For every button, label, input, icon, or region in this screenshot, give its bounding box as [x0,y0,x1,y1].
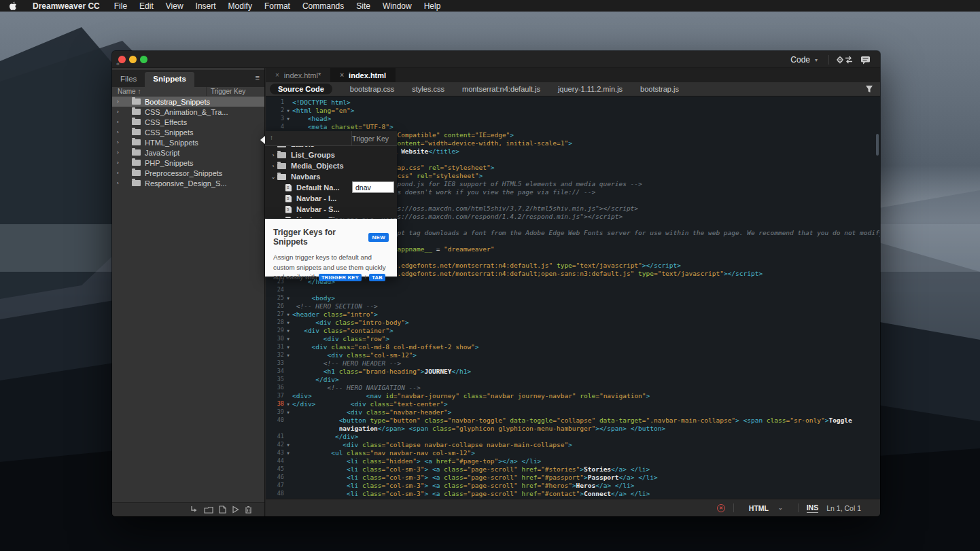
menu-item-format[interactable]: Format [258,1,296,11]
code-fold-icon[interactable]: ▼ [284,344,292,349]
code-line[interactable]: 48 <li class="col-sm-3"> <a class="page-… [266,489,880,497]
tree-item-css-snippets[interactable]: ›CSS_Snippets [112,127,264,137]
code-fold-icon[interactable]: ▼ [284,108,292,113]
insert-icon[interactable] [190,505,198,514]
code-fold-icon[interactable]: ▼ [284,402,292,406]
close-tab-icon[interactable]: × [340,71,344,79]
code-line[interactable]: 29▼ <div class="container"> [266,326,880,334]
code-line[interactable]: navigation</span> <span class="glyphicon… [266,424,880,432]
menu-item-window[interactable]: Window [377,1,418,11]
zoom-window-button[interactable] [140,56,147,63]
tree-item-css-animation-tra-[interactable]: ›CSS_Animation_&_Tra... [112,107,264,117]
code-line[interactable]: 42▼ <div class="collapse navbar-collapse… [266,440,880,448]
doc-tab-index-html[interactable]: ×index.html [330,68,396,82]
trigger-key-input[interactable] [352,181,394,193]
tree-item-responsive-design-s-[interactable]: ›Responsive_Design_S... [112,178,264,188]
tree-item-html-snippets[interactable]: ›HTML_Snippets [112,137,264,147]
flyout-item-media-objects[interactable]: ›Media_Objects [265,160,397,171]
menu-item-site[interactable]: Site [350,1,377,11]
code-fold-icon[interactable]: ▼ [284,410,292,414]
flyout-item-navbar-fi-[interactable]: Navbar - Fi... [265,215,397,218]
code-fold-icon[interactable]: ▼ [284,442,292,447]
tree-item-bootstrap-snippets[interactable]: ›Bootstrap_Snippets [112,96,264,107]
related-file-bootstrap-css[interactable]: bootstrap.css [350,85,394,93]
code-line[interactable]: 3▼ <head> [266,114,880,122]
code-line[interactable]: 46 <li class="col-sm-3"> <a class="page-… [266,473,880,481]
chevron-right-icon[interactable]: › [117,129,124,135]
edit-snippet-icon[interactable] [232,505,239,514]
chevron-right-icon[interactable]: › [117,119,124,125]
code-fold-icon[interactable]: ▼ [284,450,292,455]
code-fold-icon[interactable]: ▼ [284,336,292,341]
view-mode-dropdown[interactable]: Code ▾ [786,54,822,66]
related-file-jquery-1-11-2-min-js[interactable]: jquery-1.11.2.min.js [558,85,623,93]
code-line[interactable]: 32▼ <div class="col-sm-12"> [266,351,880,359]
close-tab-icon[interactable]: × [275,71,279,79]
related-file-styles-css[interactable]: styles.css [412,85,444,93]
code-line[interactable]: 41 </div> [266,432,880,440]
code-line[interactable]: 30▼ <div class="row"> [266,334,880,342]
lint-error-icon[interactable]: ✕ [717,504,725,512]
menu-item-modify[interactable]: Modify [222,1,258,11]
chevron-right-icon[interactable]: › [269,163,277,169]
tree-item-preprocessor-snippets[interactable]: ›Preprocessor_Snippets [112,168,264,178]
chevron-right-icon[interactable]: › [117,139,124,145]
code-line[interactable]: 36 <!-- HERO NAVIGATION --> [266,383,880,391]
menu-item-commands[interactable]: Commands [296,1,350,11]
chevron-down-icon[interactable]: ⌄ [269,174,277,180]
code-line[interactable]: 34 <h1 class="brand-heading">JOURNEY</h1… [266,367,880,375]
flyout-item-navbars[interactable]: ⌄Navbars [265,171,397,182]
window-titlebar[interactable]: Code ▾ [112,51,880,68]
code-line[interactable]: 28▼ <div class="intro-body"> [266,318,880,326]
chevron-right-icon[interactable]: › [117,149,124,156]
code-line[interactable]: 35 </div> [266,375,880,383]
code-line[interactable]: 1<!DOCTYPE html> [266,98,880,106]
code-line[interactable]: 40 <button type="button" class="navbar-t… [266,416,880,424]
minimize-window-button[interactable] [129,56,137,63]
chevron-right-icon[interactable]: › [117,99,124,105]
apple-icon[interactable] [9,1,17,11]
code-line[interactable]: 4 <meta charset="UTF-8"> [266,122,880,130]
code-fold-icon[interactable]: ▼ [284,296,292,300]
code-line[interactable]: 26 <!-- HERO SECTION --> [266,302,880,310]
code-line[interactable]: 2▼<html lang="en"> [266,106,880,114]
code-fold-icon[interactable]: ▼ [284,320,292,325]
close-window-button[interactable] [118,56,126,63]
code-line[interactable]: 27▼<header class="intro"> [266,310,880,318]
menu-item-insert[interactable]: Insert [190,1,222,11]
related-file-source-code[interactable]: Source Code [270,84,332,94]
tree-item-css-effects[interactable]: ›CSS_Effects [112,117,264,127]
code-line[interactable]: 43▼ <ul class="nav navbar-nav col-sm-12"… [266,448,880,457]
panel-tab-files[interactable]: Files [112,72,145,87]
chevron-right-icon[interactable]: › [269,152,277,158]
code-line[interactable]: 38▼</div> <div class="text-center"> [266,399,880,408]
code-scrollbar[interactable] [876,134,879,156]
code-line[interactable]: 33 <!-- HERO HEADER --> [266,359,880,367]
doc-tab-index-html-[interactable]: ×index.html* [266,68,330,82]
menu-item-dreamweaver-cc[interactable]: Dreamweaver CC [27,1,108,11]
code-line[interactable]: 31▼ <div class="col-md-8 col-md-offset-2… [266,342,880,351]
tree-item-javascript[interactable]: ›JavaScript [112,147,264,158]
code-fold-icon[interactable]: ▼ [284,116,292,121]
flyout-item-navbar-i-[interactable]: Navbar - I... [265,193,397,204]
menu-item-file[interactable]: File [108,1,133,11]
code-line[interactable]: 25▼ <body> [266,294,880,302]
code-fold-icon[interactable]: ▼ [284,328,292,333]
related-file-bootstrap-js[interactable]: bootstrap.js [640,85,679,93]
column-trigger-key-header[interactable]: Trigger Key [211,88,245,95]
insert-mode-indicator[interactable]: INS [807,503,819,513]
code-line[interactable]: 45 <li class="col-sm-3"> <a class="page-… [266,465,880,473]
code-fold-icon[interactable]: ▼ [284,353,292,357]
flyout-item-navbar-s-[interactable]: Navbar - S... [265,204,397,215]
new-folder-icon[interactable] [204,506,213,514]
code-line[interactable]: 37<div> <nav id="navbar-journey" class="… [266,391,880,399]
chevron-right-icon[interactable]: › [117,160,124,166]
code-line[interactable]: 47 <li class="col-sm-3"> <a class="page-… [266,481,880,489]
filter-icon[interactable] [865,85,873,93]
code-fold-icon[interactable]: ▼ [284,312,292,317]
chevron-right-icon[interactable]: › [117,170,124,176]
related-file-montserrat-n4-default-js[interactable]: montserrat:n4:default.js [462,85,540,93]
panel-menu-icon[interactable]: ≡ [256,73,259,82]
code-line[interactable]: 39▼ <div class="navbar-header"> [266,408,880,416]
chevron-right-icon[interactable]: › [117,180,124,186]
